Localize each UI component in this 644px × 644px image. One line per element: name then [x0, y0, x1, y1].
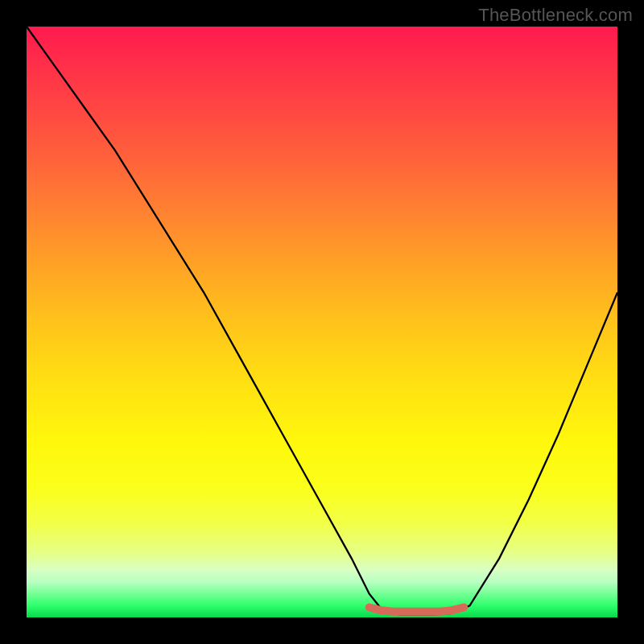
bottleneck-curve	[27, 27, 617, 614]
plot-area	[27, 27, 617, 617]
chart-frame: TheBottleneck.com	[0, 0, 644, 644]
chart-svg	[27, 27, 617, 617]
watermark-text: TheBottleneck.com	[478, 5, 633, 26]
flat-segment-marker	[369, 608, 464, 612]
